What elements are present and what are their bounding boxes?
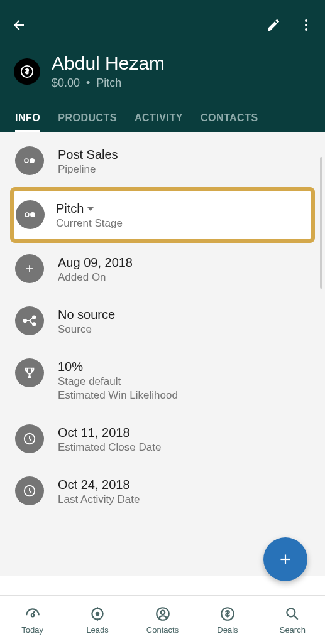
plus-icon — [23, 262, 36, 275]
row-last-activity[interactable]: Oct 24, 2018 Last Activity Date — [0, 465, 325, 517]
nav-today[interactable]: Today — [0, 605, 65, 635]
svg-point-6 — [25, 213, 29, 217]
pipeline-label: Pipeline — [58, 163, 118, 176]
branch-icon — [23, 315, 36, 326]
last-activity-icon — [15, 476, 44, 505]
nav-contacts[interactable]: Contacts — [130, 605, 195, 635]
added-icon — [15, 254, 44, 283]
stage-dropdown-value: Pitch — [56, 201, 84, 216]
deal-avatar — [14, 58, 40, 85]
tab-activity[interactable]: ACTIVITY — [135, 106, 183, 132]
svg-point-4 — [25, 159, 28, 163]
dots-icon — [24, 212, 36, 218]
svg-point-1 — [305, 24, 307, 26]
header: Abdul Hezam $0.00 • Pitch INFO PRODUCTS … — [0, 0, 325, 132]
dollar-circle-icon — [219, 605, 236, 623]
more-vertical-icon — [299, 18, 314, 33]
svg-point-9 — [33, 316, 36, 319]
target-icon — [89, 605, 106, 623]
svg-point-5 — [30, 158, 35, 163]
source-label: Source — [58, 323, 115, 336]
last-activity-label: Last Activity Date — [58, 493, 140, 506]
pipeline-icon — [15, 146, 44, 175]
amount-value: $0.00 — [52, 77, 80, 90]
stage-value: Pitch — [96, 77, 121, 90]
more-button[interactable] — [297, 16, 315, 34]
tab-contacts[interactable]: CONTACTS — [201, 106, 258, 132]
trophy-icon — [23, 366, 36, 380]
svg-point-8 — [24, 319, 27, 323]
win-label: Estimated Win Likelihood — [58, 389, 178, 402]
fab-add-button[interactable] — [263, 537, 307, 581]
svg-point-19 — [287, 608, 295, 616]
source-icon — [15, 306, 44, 335]
pipeline-value: Post Sales — [58, 148, 118, 162]
topbar — [10, 13, 315, 38]
source-value: No source — [58, 308, 115, 322]
svg-point-17 — [160, 611, 165, 615]
row-pipeline[interactable]: Post Sales Pipeline — [0, 135, 325, 187]
row-close-date[interactable]: Oct 11, 2018 Estimated Close Date — [0, 413, 325, 465]
title-area: Abdul Hezam $0.00 • Pitch — [10, 38, 315, 100]
win-value: 10% — [58, 360, 178, 374]
stage-label: Current Stage — [56, 217, 123, 230]
added-value: Aug 09, 2018 — [58, 255, 133, 270]
clock-icon — [23, 484, 36, 498]
svg-point-13 — [31, 614, 34, 616]
tabs: INFO PRODUCTS ACTIVITY CONTACTS — [10, 100, 315, 132]
pencil-icon — [266, 18, 281, 33]
person-icon — [154, 605, 172, 623]
nav-leads[interactable]: Leads — [65, 605, 129, 635]
back-button[interactable] — [10, 16, 28, 34]
back-arrow-icon — [11, 18, 26, 33]
page-title: Abdul Hezam — [52, 53, 165, 74]
win-sublabel: Stage default — [58, 375, 178, 388]
clock-icon — [23, 432, 36, 446]
stage-icon — [16, 200, 45, 229]
trophy-icon-wrap — [15, 358, 44, 387]
row-source[interactable]: No source Source — [0, 295, 325, 347]
scrollbar[interactable] — [320, 157, 322, 289]
info-content: Post Sales Pipeline Pitch Current Stage … — [0, 132, 325, 576]
close-date-label: Estimated Close Date — [58, 441, 161, 454]
nav-deals[interactable]: Deals — [195, 605, 260, 635]
svg-point-2 — [305, 28, 307, 31]
tab-info[interactable]: INFO — [15, 106, 40, 132]
svg-point-10 — [33, 323, 36, 326]
bottom-nav: Today Leads Contacts Deals Search — [0, 595, 325, 644]
edit-button[interactable] — [265, 16, 282, 34]
chevron-down-icon — [87, 207, 94, 211]
dots-icon — [23, 158, 36, 164]
plus-icon — [277, 551, 294, 567]
search-icon — [284, 605, 301, 623]
row-added-on[interactable]: Aug 09, 2018 Added On — [0, 243, 325, 295]
gauge-icon — [24, 605, 41, 623]
added-label: Added On — [58, 271, 133, 284]
svg-point-0 — [305, 19, 307, 22]
row-win-likelihood[interactable]: 10% Stage default Estimated Win Likeliho… — [0, 347, 325, 413]
tab-products[interactable]: PRODUCTS — [58, 106, 117, 132]
last-activity-value: Oct 24, 2018 — [58, 478, 140, 492]
close-date-value: Oct 11, 2018 — [58, 426, 161, 440]
svg-point-15 — [96, 613, 99, 615]
svg-point-7 — [30, 212, 35, 217]
row-current-stage[interactable]: Pitch Current Stage — [10, 187, 315, 243]
dollar-icon — [20, 65, 34, 78]
nav-search[interactable]: Search — [260, 605, 325, 635]
close-date-icon — [15, 424, 44, 453]
